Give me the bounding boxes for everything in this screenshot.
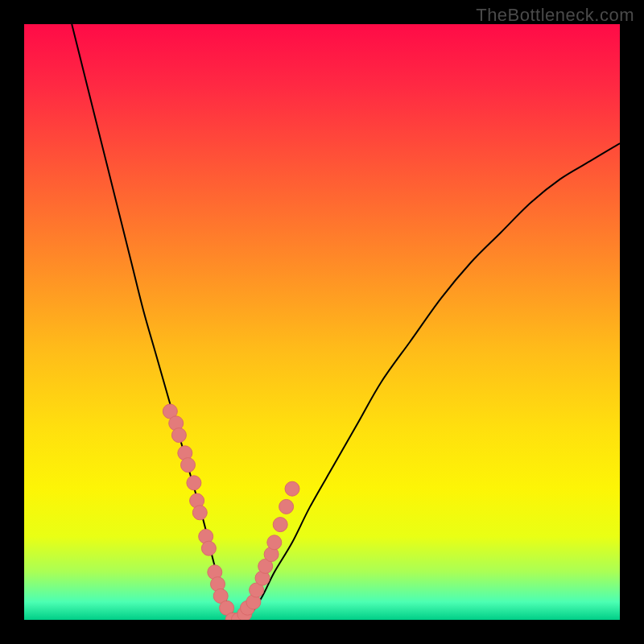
- data-point: [201, 541, 216, 555]
- chart-plot-area: [24, 24, 620, 620]
- data-point: [171, 428, 186, 443]
- data-point: [187, 476, 201, 490]
- data-point: [181, 458, 196, 473]
- data-point: [192, 506, 207, 520]
- gradient-background: [24, 24, 620, 620]
- chart-svg: [24, 24, 620, 620]
- data-point: [285, 481, 299, 496]
- data-point: [279, 499, 294, 514]
- watermark-text: TheBottleneck.com: [476, 5, 634, 26]
- data-point: [267, 535, 282, 550]
- chart-container: TheBottleneck.com: [0, 0, 644, 644]
- data-point: [273, 518, 287, 532]
